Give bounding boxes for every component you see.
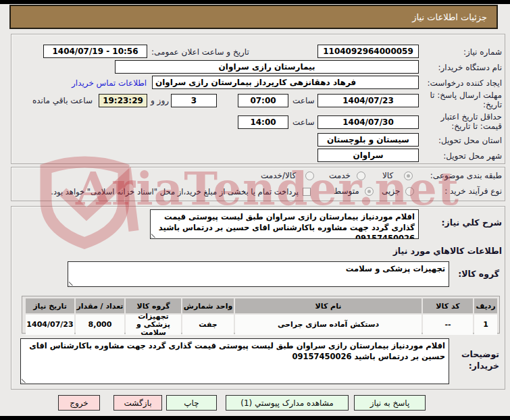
remaining-suffix-label: ساعت باقي مانده xyxy=(32,96,93,105)
goods-group-box[interactable]: تجهیزات پزشکی و سلامت xyxy=(68,261,449,287)
deadline-time-field[interactable]: 07:00 xyxy=(238,94,288,107)
goods-group-label: گروه کالا: xyxy=(458,269,499,279)
treasury-note: پرداخت تمام یا بخشی از مبلغ خرید،از محل … xyxy=(34,187,299,196)
treasury-checkbox[interactable] xyxy=(303,188,311,196)
resize-handle-icon[interactable] xyxy=(151,232,157,238)
remaining-countdown-field: 19:23:29 xyxy=(99,94,147,107)
col-header-need-date: تاریخ نیاز xyxy=(26,298,74,313)
col-header-group: گروه کالا xyxy=(126,298,181,313)
back-button[interactable]: بازگشت xyxy=(113,395,162,411)
goods-info-header: اطلاعات كالاهاي مورد نياز xyxy=(393,246,502,256)
radio-goods-service-label: کالا/خدمت xyxy=(261,171,296,180)
buyer-org-field[interactable]: بیمارستان رازی سراوان xyxy=(115,60,419,74)
creator-label: ایجاد کننده درخواست: xyxy=(427,78,502,88)
deadline-hour-label: ساعت xyxy=(292,96,315,105)
goods-group-text: تجهیزات پزشکی و سلامت xyxy=(346,264,445,273)
col-header-row-number: ردیف xyxy=(474,298,497,313)
price-validity-label: حداقل تاریخ اعتبار قیمت: تا تاریخ: xyxy=(426,112,502,131)
radio-goods[interactable] xyxy=(404,172,413,180)
subject-classification-label: طبقه بندی موضوعی: xyxy=(430,171,502,180)
buyer-notes-text: اقلام موردنیاز بیمارستان رازی سراوان طبق… xyxy=(29,341,445,361)
col-header-quantity: تعداد / مقدار xyxy=(76,298,124,313)
buyer-notes-textarea[interactable]: اقلام موردنیاز بیمارستان رازی سراوان طبق… xyxy=(20,338,449,384)
radio-minor[interactable] xyxy=(405,187,414,196)
remaining-days-field[interactable]: 3 xyxy=(171,94,217,107)
radio-goods-service[interactable] xyxy=(305,172,314,180)
validity-hour-label: ساعت xyxy=(292,117,315,127)
validity-date-field[interactable]: 1404/07/30 xyxy=(317,115,419,129)
print-button[interactable]: چاپ xyxy=(166,395,217,411)
resize-handle-icon[interactable] xyxy=(22,377,28,383)
remaining-days-suffix: روز و xyxy=(151,96,169,105)
creator-field[interactable]: فرهاد دهقانزهی کارپرداز بیمارستان رازی س… xyxy=(152,76,419,89)
cell-group: تجهیزات پزشکی و سلامت xyxy=(126,315,181,335)
radio-goods-label: کالا xyxy=(382,171,393,180)
bottom-window-strip xyxy=(0,416,510,420)
exit-button[interactable]: خروج xyxy=(58,395,100,411)
radio-medium-label: متوسط xyxy=(334,186,359,196)
cell-quantity: 8,000 xyxy=(76,315,124,335)
cell-unit: جفت xyxy=(182,315,234,335)
buyer-contact-link[interactable]: اطلاعات تماس خریدار xyxy=(72,78,147,88)
announce-datetime-label: تاریخ و ساعت اعلان عمومی: xyxy=(151,47,249,57)
response-deadline-label: مهلت ارسال پاسخ: تا تاریخ: xyxy=(426,90,502,109)
radio-minor-label: جزیی xyxy=(382,186,400,196)
validity-time-field[interactable]: 14:00 xyxy=(238,115,288,129)
city-label: شهر محل تحویل: xyxy=(443,151,502,161)
radio-medium[interactable] xyxy=(365,187,374,196)
need-number-field[interactable]: 1104092964000059 xyxy=(317,45,419,58)
view-attached-docs-button[interactable]: مشاهده مدارک پیوستي (1) xyxy=(226,395,349,411)
cell-need-date: 1404/07/23 xyxy=(26,315,74,335)
goods-table: ردیف کد کالا نام کالا واحد شمارش گروه کا… xyxy=(22,296,500,334)
buyer-notes-label: توضیحات خریدار: xyxy=(452,348,499,371)
need-description-text: اقلام موردنیاز بیمارستان رازی سراوان طبق… xyxy=(159,212,415,239)
page-title: جزئیات اطلاعات نیاز xyxy=(9,5,498,29)
col-header-item-code: کد کالا xyxy=(423,298,473,313)
col-header-item-name: نام کالا xyxy=(235,298,422,313)
province-label: استان محل تحویل: xyxy=(438,136,502,145)
cell-item-name: دستکش آماده سازی جراحی xyxy=(235,315,422,335)
top-window-strip xyxy=(0,0,510,4)
purchase-process-label: نوع فرآیند خرید : xyxy=(444,186,502,196)
need-description-label: شرح كلي نياز: xyxy=(442,217,502,228)
radio-service[interactable] xyxy=(357,172,365,180)
need-description-textarea[interactable]: اقلام موردنیاز بیمارستان رازی سراوان طبق… xyxy=(150,209,419,239)
buyer-org-label: نام دستگاه خریدار: xyxy=(438,63,503,72)
need-number-label: شماره نیاز: xyxy=(463,47,502,57)
city-field[interactable]: سراوان xyxy=(317,149,419,162)
cell-item-code: -- xyxy=(423,315,473,335)
respond-to-need-button[interactable]: پاسخ به نیاز xyxy=(354,395,426,411)
radio-service-label: خدمت xyxy=(329,171,351,180)
province-field[interactable]: سیستان و بلوچستان xyxy=(317,133,419,147)
resize-handle-icon[interactable] xyxy=(69,280,75,286)
cell-row-number: 1 xyxy=(474,315,497,335)
announce-datetime-field[interactable]: 1404/07/19 - 10:56 xyxy=(43,45,147,58)
col-header-unit: واحد شمارش xyxy=(182,298,234,313)
deadline-date-field[interactable]: 1404/07/23 xyxy=(317,94,419,107)
